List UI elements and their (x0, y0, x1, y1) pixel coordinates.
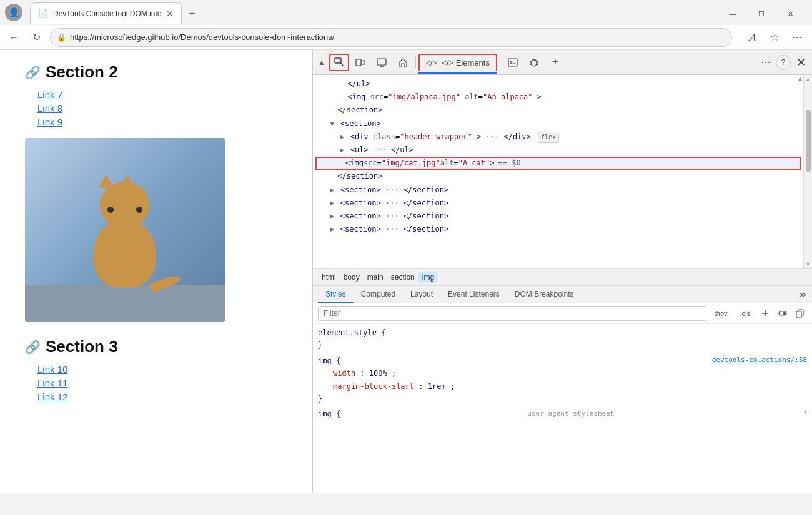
link-7[interactable]: Link 7 (37, 89, 62, 100)
scroll-up-arrow[interactable]: ▲ (805, 76, 811, 82)
filter-input[interactable] (318, 306, 706, 321)
cat-eye-right (136, 207, 142, 213)
link-12[interactable]: Link 12 (37, 391, 67, 402)
expand-arrow[interactable]: ▶ (330, 185, 334, 194)
attr-value: "header-wrapper" (400, 132, 472, 141)
close-button[interactable]: ✕ (776, 4, 805, 24)
home-button[interactable] (393, 54, 413, 71)
screen-cast-button[interactable] (372, 54, 392, 71)
css-rules: element.style { } img { dev (313, 324, 812, 493)
toolbar-separator (415, 56, 416, 69)
scroll-thumb[interactable] (806, 110, 811, 172)
more-button[interactable]: ⋯ (787, 29, 807, 46)
css-selector-img-agent: img (318, 410, 332, 418)
list-item: Link 12 (37, 391, 287, 403)
selected-dom-line[interactable]: <img src="img/cat.jpg" alt="A cat" > == … (315, 157, 801, 170)
elements-tab-underline (418, 72, 497, 74)
devtools-close-button[interactable]: ✕ (792, 54, 810, 71)
url-box[interactable]: 🔒 https://microsoftedge.github.io/Demos/… (50, 28, 732, 47)
scroll-track (806, 84, 811, 260)
scroll-left-button[interactable]: ▲ (315, 58, 328, 67)
list-item: Link 10 (37, 364, 287, 375)
expand-arrow[interactable]: ▶ (330, 225, 334, 232)
breadcrumb-img[interactable]: img (418, 272, 438, 283)
browser-tab[interactable]: 📄 DevTools Console tool DOM inte ✕ (30, 2, 182, 24)
add-rule-button[interactable] (758, 307, 772, 320)
dom-line[interactable]: ▶ <section> ··· </section> (313, 210, 803, 223)
back-button[interactable]: ← (5, 29, 22, 46)
hov-button[interactable]: :hov (710, 308, 732, 319)
css-source-link[interactable]: devtools-co…actions/:58 (712, 355, 807, 367)
dom-line[interactable]: ▶ <section> ··· </section> (313, 223, 803, 232)
tag-name: section (347, 105, 379, 114)
tag-bracket: > (377, 225, 381, 232)
minimize-button[interactable]: — (718, 4, 747, 24)
read-aloud-button[interactable]: 𝓐 (742, 29, 762, 46)
favorites-button[interactable]: ☆ (765, 29, 785, 46)
dom-line[interactable]: ▼ <section> (313, 117, 803, 130)
tag-name: ul (355, 145, 364, 154)
main-area: 🔗 Section 2 Link 7 Link 8 Link 9 (0, 50, 812, 493)
dom-tree[interactable]: </ul> <img src="img/alpaca.jpg" alt="An … (313, 75, 803, 268)
css-selector-img: img (318, 356, 332, 365)
breadcrumb-main[interactable]: main (364, 272, 387, 283)
elements-tab-button[interactable]: </> </> Elements (418, 54, 497, 71)
tag-bracket: < (340, 185, 345, 194)
tab-styles[interactable]: Styles (318, 286, 354, 303)
link-9[interactable]: Link 9 (37, 117, 62, 127)
expand-arrow[interactable]: ▶ (340, 132, 344, 141)
tag-bracket: </ (337, 105, 346, 114)
new-tab-button[interactable]: + (182, 4, 202, 24)
dom-scrollbar[interactable]: ▲ ▼ (803, 75, 812, 268)
attr-name: alt (440, 157, 454, 169)
copy-element-button[interactable] (793, 307, 807, 320)
breadcrumb-html[interactable]: html (318, 272, 340, 283)
console-button[interactable] (503, 54, 523, 71)
cat-ear-left (99, 174, 114, 188)
tab-event-listeners[interactable]: Event Listeners (440, 286, 507, 303)
add-tool-button[interactable]: + (545, 54, 565, 71)
tab-dom-breakpoints[interactable]: DOM Breakpoints (507, 286, 582, 303)
breadcrumb-section[interactable]: section (387, 272, 418, 283)
home-icon (398, 57, 408, 67)
bug-button[interactable] (524, 54, 544, 71)
svg-rect-3 (362, 61, 365, 64)
breadcrumb-body[interactable]: body (340, 272, 364, 283)
device-emulation-button[interactable] (350, 54, 370, 71)
css-rule-img-agent: img { user agent stylesheet ▼ (318, 408, 807, 420)
inspect-tool-button[interactable] (329, 54, 349, 71)
expand-arrow[interactable]: ▶ (340, 145, 344, 154)
scroll-down-arrow[interactable]: ▼ (805, 261, 811, 267)
css-brace: { (336, 356, 340, 365)
link-10[interactable]: Link 10 (37, 364, 67, 375)
tag-bracket: </ (404, 212, 412, 220)
expand-arrow[interactable]: ▶ (330, 212, 334, 220)
ellipsis: ··· (385, 212, 404, 220)
dom-line[interactable]: ▶ <section> ··· </section> (313, 197, 803, 210)
section-2-title: Section 2 (46, 62, 118, 82)
dom-line[interactable]: ▶ <div class="header-wrapper" > ··· </di… (313, 130, 803, 144)
lock-icon: 🔒 (57, 33, 66, 42)
more-tools-button[interactable]: ⋯ (757, 54, 775, 71)
tab-close-button[interactable]: ✕ (166, 9, 174, 19)
scroll-indicator: ▼ (804, 408, 807, 417)
dom-line[interactable]: ▶ <section> ··· </section> (313, 184, 803, 197)
expand-arrow[interactable]: ▼ (330, 119, 334, 128)
tag-name: ul (357, 79, 365, 88)
profile-icon[interactable]: 👤 (5, 4, 22, 21)
expand-arrow[interactable]: ▶ (330, 199, 334, 207)
link-8[interactable]: Link 8 (37, 103, 62, 114)
cls-button[interactable]: .cls (736, 308, 755, 319)
link-11[interactable]: Link 11 (37, 378, 67, 388)
maximize-button[interactable]: ☐ (747, 4, 776, 24)
tab-layout[interactable]: Layout (403, 286, 440, 303)
help-button[interactable]: ? (776, 55, 791, 70)
tag-bracket: > (537, 92, 542, 101)
cat-head (100, 182, 150, 228)
toggle-element-state-button[interactable] (776, 307, 790, 320)
tab-computed[interactable]: Computed (354, 286, 403, 303)
pane-tabs-more[interactable]: ≫ (799, 290, 807, 299)
dom-line[interactable]: ▶ <ul> ··· </ul> (313, 144, 803, 157)
tag-bracket: > (444, 212, 448, 220)
refresh-button[interactable]: ↻ (27, 29, 45, 46)
